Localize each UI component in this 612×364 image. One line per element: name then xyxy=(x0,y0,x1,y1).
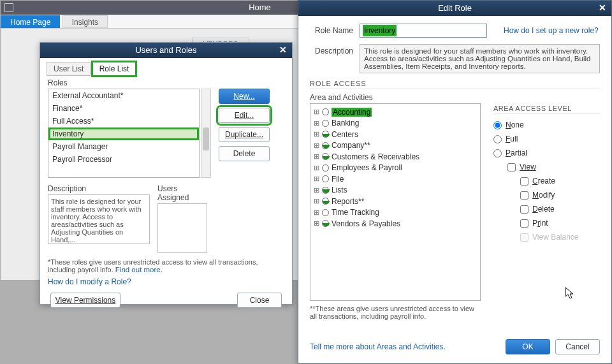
modify-role-link[interactable]: How do I modify a Role? xyxy=(48,277,284,286)
area-label: Customers & Receivables xyxy=(332,152,419,161)
expand-icon[interactable]: ⊞ xyxy=(313,142,319,150)
access-state-icon xyxy=(322,175,329,182)
area-item[interactable]: ⊞Employees & Payroll xyxy=(313,163,477,174)
tab-insights[interactable]: Insights xyxy=(62,15,108,28)
access-state-icon xyxy=(322,187,329,194)
access-partial-radio[interactable]: Partial xyxy=(493,149,600,157)
close-button[interactable]: Close xyxy=(237,293,282,308)
edit-role-titlebar[interactable]: Edit Role ✕ xyxy=(298,1,611,16)
access-none-radio[interactable]: None xyxy=(493,120,600,129)
duplicate-button[interactable]: Duplicate... xyxy=(219,127,270,142)
area-item[interactable]: ⊞Time Tracking xyxy=(313,207,477,219)
cancel-button[interactable]: Cancel xyxy=(555,339,600,354)
area-label: Banking xyxy=(332,119,359,127)
roles-label: Roles xyxy=(48,78,284,87)
area-tree[interactable]: ⊞Accounting⊞Banking⊞Centers⊞Company**⊞Cu… xyxy=(310,103,481,301)
area-item[interactable]: ⊞Centers xyxy=(313,129,477,140)
tab-role-list[interactable]: Role List xyxy=(92,62,136,76)
expand-icon[interactable]: ⊞ xyxy=(313,186,319,194)
access-delete-check[interactable]: Delete xyxy=(520,205,600,214)
access-state-icon xyxy=(322,153,329,160)
home-title: Home xyxy=(249,3,271,12)
access-state-icon xyxy=(322,108,329,115)
users-assigned-label: Users Assigned xyxy=(157,184,208,202)
area-item[interactable]: ⊞Accounting xyxy=(313,106,477,118)
role-item[interactable]: Finance* xyxy=(48,102,199,115)
area-label: Centers xyxy=(332,130,358,139)
access-state-icon xyxy=(322,198,329,205)
popout-icon[interactable] xyxy=(4,3,13,12)
expand-icon[interactable]: ⊞ xyxy=(313,119,319,127)
edit-role-dialog: Edit Role ✕ Role Name Inventory How do I… xyxy=(298,0,612,364)
areas-activities-help-link[interactable]: Tell me more about Areas and Activities. xyxy=(310,342,446,351)
scroll-thumb[interactable] xyxy=(203,127,209,150)
expand-icon[interactable]: ⊞ xyxy=(313,164,319,172)
users-and-roles-dialog: Users and Roles ✕ User List Role List Ro… xyxy=(40,42,293,305)
role-item[interactable]: External Accountant* xyxy=(48,89,199,102)
access-state-icon xyxy=(322,209,329,216)
delete-button[interactable]: Delete xyxy=(219,146,270,161)
description-label: Description xyxy=(48,184,150,193)
area-label: Lists xyxy=(332,186,347,194)
access-state-icon xyxy=(322,131,329,138)
area-item[interactable]: ⊞Company** xyxy=(313,140,477,152)
users-and-roles-titlebar[interactable]: Users and Roles ✕ xyxy=(40,43,292,58)
area-item[interactable]: ⊞Banking xyxy=(313,118,477,129)
area-activities-label: Area and Activities xyxy=(310,93,600,102)
expand-icon[interactable]: ⊞ xyxy=(313,219,319,228)
area-label: Vendors & Payables xyxy=(332,219,400,228)
area-item[interactable]: ⊞Customers & Receivables xyxy=(313,151,477,163)
ok-button[interactable]: OK xyxy=(506,339,550,354)
role-item[interactable]: Payroll Processor xyxy=(48,153,199,166)
access-full-radio[interactable]: Full xyxy=(493,135,600,143)
edit-role-title: Edit Role xyxy=(438,3,472,13)
area-item[interactable]: ⊞Vendors & Payables xyxy=(313,218,477,229)
close-icon[interactable]: ✕ xyxy=(597,3,608,13)
role-access-section-header: ROLE ACCESS xyxy=(310,80,600,89)
role-item[interactable]: Full Access* xyxy=(48,115,199,127)
area-item[interactable]: ⊞Lists xyxy=(313,185,477,196)
access-view-balance-check: View Balance xyxy=(520,233,600,242)
expand-icon[interactable]: ⊞ xyxy=(313,152,319,161)
edit-button[interactable]: Edit... xyxy=(219,108,270,123)
area-label: File xyxy=(332,175,344,184)
role-desc-textarea[interactable]: This role is designed for your staff mem… xyxy=(360,44,600,73)
area-label: Company** xyxy=(332,141,370,150)
area-label: Employees & Payroll xyxy=(332,163,402,172)
tab-user-list[interactable]: User List xyxy=(47,62,91,76)
access-create-check[interactable]: Create xyxy=(520,177,600,186)
areas-note: **These areas give users unrestricted ac… xyxy=(310,305,481,320)
access-modify-check[interactable]: Modify xyxy=(520,191,600,200)
role-desc-label: Description xyxy=(310,44,353,55)
expand-icon[interactable]: ⊞ xyxy=(313,130,319,138)
role-name-input[interactable]: Inventory xyxy=(360,24,487,38)
expand-icon[interactable]: ⊞ xyxy=(313,175,319,183)
area-access-level-header: AREA ACCESS LEVEL xyxy=(493,105,600,114)
close-icon[interactable]: ✕ xyxy=(278,45,288,55)
tab-home-page[interactable]: Home Page xyxy=(1,15,60,28)
area-item[interactable]: ⊞Reports** xyxy=(313,196,477,207)
expand-icon[interactable]: ⊞ xyxy=(313,197,319,205)
new-button[interactable]: New... xyxy=(219,89,270,104)
area-label: Reports** xyxy=(332,197,364,206)
access-view-check[interactable]: View xyxy=(507,163,600,171)
role-description-box: This role is designed for your staff mem… xyxy=(48,194,150,244)
access-state-icon xyxy=(322,142,329,149)
expand-icon[interactable]: ⊞ xyxy=(313,108,319,116)
area-label: Accounting xyxy=(332,108,372,117)
users-roles-tabs: User List Role List xyxy=(47,62,286,76)
access-print-check[interactable]: Print xyxy=(520,219,600,228)
role-item-selected[interactable]: Inventory xyxy=(48,127,199,140)
access-state-icon xyxy=(322,164,329,171)
view-permissions-button[interactable]: View Permissions xyxy=(50,293,120,308)
roles-listbox[interactable]: External Accountant* Finance* Full Acces… xyxy=(48,89,200,178)
area-item[interactable]: ⊞File xyxy=(313,173,477,185)
role-item[interactable]: Payroll Manager xyxy=(48,140,199,153)
setup-role-help-link[interactable]: How do I set up a new role? xyxy=(504,24,599,35)
role-name-label: Role Name xyxy=(310,24,353,35)
access-state-icon xyxy=(322,120,329,127)
find-out-more-link[interactable]: Find out more. xyxy=(115,266,163,273)
expand-icon[interactable]: ⊞ xyxy=(313,208,319,217)
access-state-icon xyxy=(322,220,329,227)
roles-scrollbar[interactable] xyxy=(201,89,211,178)
